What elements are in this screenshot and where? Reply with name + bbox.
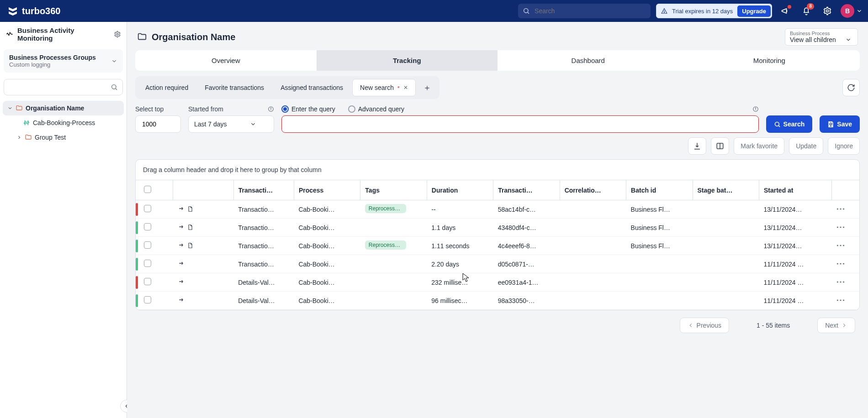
expand-icon[interactable]	[178, 225, 193, 232]
expand-icon[interactable]	[178, 279, 185, 287]
radio-enter-query[interactable]: Enter the query	[281, 105, 335, 113]
download-button[interactable]	[688, 137, 706, 155]
tab-tracking[interactable]: Tracking	[317, 50, 498, 71]
close-icon[interactable]: ✕	[403, 84, 408, 91]
cell-correlation	[560, 273, 626, 292]
expand-icon[interactable]	[178, 298, 185, 305]
table-row[interactable]: Transactio…Cab-Booki…Reprocesse…--58ac14…	[136, 200, 859, 219]
page-title: Organisation Name	[152, 32, 235, 42]
query-row: Select top Started from Last 7 days Ente…	[135, 105, 860, 133]
started-from-select[interactable]: Last 7 days	[188, 115, 274, 133]
subtab-newsearch[interactable]: New search* ✕	[352, 79, 415, 96]
info-icon[interactable]	[752, 106, 759, 112]
row-menu-button[interactable]: ⋯	[836, 204, 846, 214]
group-drop-hint[interactable]: Drag a column header and drop it here to…	[136, 160, 859, 180]
table-header-row: Transacti… Process Tags Duration Transac…	[136, 180, 859, 200]
cell-transaction: Details-Val…	[233, 273, 294, 292]
table-row[interactable]: Details-Val…Cab-Booki…232 millise…ee0931…	[136, 273, 859, 292]
cell-transaction: Transactio…	[233, 219, 294, 237]
gear-icon[interactable]	[114, 31, 121, 38]
global-search[interactable]	[518, 4, 651, 18]
process-icon	[23, 119, 30, 126]
col-stage[interactable]: Stage bat…	[693, 180, 759, 200]
query-input[interactable]	[281, 115, 759, 133]
tree-group[interactable]: Group Test	[3, 130, 124, 145]
transactions-table: Transacti… Process Tags Duration Transac…	[136, 180, 859, 310]
col-duration[interactable]: Duration	[427, 180, 493, 200]
prev-button[interactable]: Previous	[680, 318, 729, 333]
search-button[interactable]: Search	[766, 115, 813, 133]
sidebar: Business Activity Monitoring Business Pr…	[0, 22, 127, 418]
next-button[interactable]: Next	[817, 318, 855, 333]
subtab-assigned[interactable]: Assigned transactions	[273, 79, 350, 96]
monitoring-icon	[5, 30, 14, 38]
settings-button[interactable]	[820, 3, 835, 19]
table-row[interactable]: Transactio…Cab-Booki…2.20 daysd05c0871-……	[136, 255, 859, 273]
row-menu-button[interactable]: ⋯	[836, 258, 846, 268]
cell-transaction: Transactio…	[233, 200, 294, 219]
subtab-favorite[interactable]: Favorite transactions	[197, 79, 271, 96]
col-checkbox[interactable]	[139, 180, 173, 200]
row-checkbox[interactable]	[144, 223, 151, 230]
notif-badge: 8	[807, 3, 814, 10]
row-checkbox[interactable]	[144, 241, 151, 249]
tab-monitoring[interactable]: Monitoring	[679, 50, 860, 71]
col-correlation[interactable]: Correlatio…	[560, 180, 626, 200]
sidebar-search-input[interactable]	[9, 83, 111, 91]
announcements-button[interactable]	[778, 3, 793, 19]
svg-line-1	[528, 12, 529, 14]
started-from-field: Started from Last 7 days	[188, 105, 274, 133]
update-button[interactable]: Update	[789, 137, 823, 155]
ignore-button[interactable]: Ignore	[828, 137, 860, 155]
mark-favorite-button[interactable]: Mark favorite	[734, 137, 784, 155]
col-transaction[interactable]: Transacti…	[233, 180, 294, 200]
bp-value: View all children	[790, 36, 836, 43]
tree-cab[interactable]: Cab-Booking-Process	[3, 115, 124, 130]
business-process-select[interactable]: Business Process View all children	[785, 28, 858, 46]
row-checkbox[interactable]	[144, 278, 151, 285]
col-process[interactable]: Process	[294, 180, 360, 200]
row-checkbox[interactable]	[144, 205, 151, 212]
row-menu-button[interactable]: ⋯	[836, 277, 846, 287]
global-search-input[interactable]	[534, 7, 646, 15]
cell-process: Cab-Booki…	[294, 292, 360, 310]
col-tid[interactable]: Transacti…	[493, 180, 560, 200]
row-menu-button[interactable]: ⋯	[836, 222, 846, 232]
expand-icon[interactable]	[178, 206, 193, 214]
row-menu-button[interactable]: ⋯	[836, 240, 846, 250]
table-row[interactable]: Transactio…Cab-Booki…1.1 days43480df4-c……	[136, 219, 859, 237]
tab-overview[interactable]: Overview	[135, 50, 317, 71]
subtab-action[interactable]: Action required	[138, 79, 196, 96]
row-checkbox[interactable]	[144, 260, 151, 267]
tree-org[interactable]: Organisation Name	[3, 101, 124, 115]
col-started[interactable]: Started at	[759, 180, 831, 200]
expand-icon[interactable]	[178, 261, 185, 268]
add-search-button[interactable]: ＋	[418, 80, 437, 95]
save-button[interactable]: Save	[820, 115, 860, 133]
select-top-input[interactable]	[141, 120, 169, 128]
columns-button[interactable]	[711, 137, 729, 155]
info-icon[interactable]	[268, 106, 274, 112]
refresh-button[interactable]	[842, 79, 860, 96]
cell-tid: d05c0871-…	[493, 255, 560, 273]
radio-advanced-query[interactable]: Advanced query	[348, 105, 404, 113]
upgrade-button[interactable]: Upgrade	[737, 5, 771, 17]
tab-dashboard[interactable]: Dashboard	[498, 50, 679, 71]
col-batch[interactable]: Batch id	[626, 180, 693, 200]
select-top-input-wrap[interactable]	[135, 115, 181, 133]
user-menu[interactable]: B	[841, 4, 863, 18]
col-tags[interactable]: Tags	[360, 180, 427, 200]
row-menu-button[interactable]: ⋯	[836, 295, 846, 305]
row-checkbox[interactable]	[144, 296, 151, 303]
group-title: Business Processes Groups	[9, 54, 111, 61]
brand-logo[interactable]: turbo360	[7, 5, 60, 16]
cell-correlation	[560, 237, 626, 255]
expand-icon[interactable]	[178, 243, 193, 250]
table-row[interactable]: Transactio…Cab-Booki…Reprocesse…1.11 sec…	[136, 237, 859, 255]
sidebar-title: Business Activity Monitoring	[17, 26, 106, 42]
sidebar-search[interactable]	[4, 79, 123, 95]
notifications-button[interactable]: 8	[799, 3, 814, 19]
table-row[interactable]: Details-Val…Cab-Booki…96 millisec…98a330…	[136, 292, 859, 310]
group-selector[interactable]: Business Processes Groups Custom logging	[4, 49, 123, 73]
sidebar-tree: Organisation Name Cab-Booking-Process Gr…	[0, 99, 127, 146]
